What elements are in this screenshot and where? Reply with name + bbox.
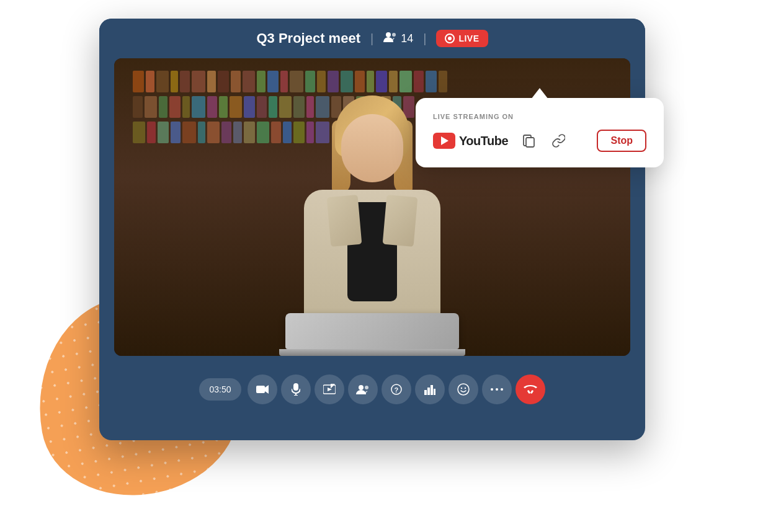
- svg-marker-3: [265, 385, 269, 394]
- camera-button[interactable]: [248, 375, 277, 404]
- svg-rect-4: [293, 383, 298, 391]
- divider-2: |: [423, 32, 426, 46]
- svg-marker-8: [328, 388, 332, 391]
- participant-count: 14: [383, 32, 413, 46]
- youtube-logo: YouTube: [433, 133, 508, 149]
- live-badge: LIVE: [436, 30, 488, 47]
- svg-text:?: ?: [394, 386, 398, 394]
- svg-point-23: [496, 388, 498, 391]
- link-button[interactable]: [547, 129, 570, 153]
- popup-actions: YouTube Stop: [433, 129, 646, 153]
- svg-rect-2: [256, 386, 265, 393]
- meeting-title: Q3 Project meet: [256, 30, 360, 47]
- live-dot-icon: [445, 33, 455, 43]
- stats-button[interactable]: [415, 375, 445, 404]
- copy-button[interactable]: [517, 129, 540, 153]
- streaming-label: LIVE STREAMING ON: [433, 113, 646, 120]
- header-bar: Q3 Project meet | 14 | LIVE: [99, 19, 645, 58]
- toolbar: 03:50: [99, 366, 645, 413]
- svg-rect-16: [427, 388, 430, 395]
- svg-rect-18: [434, 389, 435, 395]
- participants-button[interactable]: [348, 375, 378, 404]
- svg-point-21: [464, 388, 465, 389]
- youtube-icon: [433, 133, 455, 149]
- svg-rect-26: [530, 390, 533, 394]
- participants-icon: [383, 32, 397, 46]
- svg-point-20: [460, 388, 462, 389]
- live-label: LIVE: [458, 33, 479, 43]
- end-call-button[interactable]: [515, 375, 545, 404]
- mic-button[interactable]: [281, 375, 311, 404]
- participant-number: 14: [401, 32, 413, 45]
- svg-point-1: [392, 33, 396, 37]
- streaming-popup: LIVE STREAMING ON YouTube: [416, 98, 664, 167]
- svg-rect-27: [526, 138, 534, 147]
- youtube-text: YouTube: [459, 134, 508, 148]
- svg-rect-25: [527, 390, 530, 394]
- svg-rect-15: [424, 390, 427, 395]
- qa-button[interactable]: ?: [382, 375, 411, 404]
- stop-button[interactable]: Stop: [597, 130, 646, 152]
- youtube-play-icon: [441, 136, 449, 145]
- call-timer: 03:50: [199, 378, 241, 401]
- video-card: Q3 Project meet | 14 | LIVE: [99, 19, 645, 440]
- share-screen-button[interactable]: [315, 375, 344, 404]
- more-button[interactable]: [482, 375, 512, 404]
- reactions-button[interactable]: [449, 375, 478, 404]
- popup-arrow: [531, 88, 548, 99]
- svg-point-22: [491, 388, 493, 391]
- svg-point-0: [386, 32, 391, 37]
- svg-rect-17: [431, 385, 433, 395]
- svg-point-19: [458, 384, 469, 395]
- svg-point-24: [501, 388, 503, 391]
- svg-point-12: [365, 386, 368, 389]
- divider-1: |: [370, 32, 373, 46]
- svg-point-11: [359, 385, 364, 390]
